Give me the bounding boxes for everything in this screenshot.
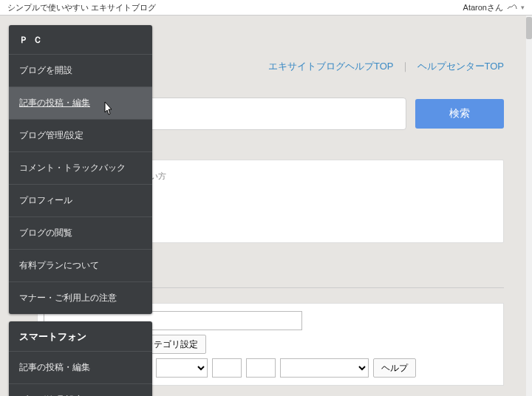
vertical-scrollbar[interactable] (526, 16, 532, 396)
sidebar-item-paid-plan[interactable]: 有料プランについて (9, 249, 152, 281)
user-menu[interactable]: Ataronさん ▾ (463, 2, 525, 13)
sidebar-item-manners[interactable]: マナー・ご利用上の注意 (9, 281, 152, 314)
status-select[interactable] (280, 358, 369, 378)
top-bar: シンプルで使いやすい エキサイトブログ Ataronさん ▾ (0, 0, 532, 16)
sidebar-panel-pc: Ｐ Ｃ ブログを開設 記事の投稿・編集 ブログ管理/設定 コメント・トラックバッ… (9, 25, 152, 314)
topbar-title: シンプルで使いやすい エキサイトブログ (7, 2, 156, 13)
sidebar-item-sp-post-edit[interactable]: 記事の投稿・編集 (9, 351, 152, 383)
sidebar-header-pc: Ｐ Ｃ (9, 25, 152, 54)
sidebar-item-comment-trackback[interactable]: コメント・トラックバック (9, 151, 152, 184)
hour-input[interactable] (212, 358, 242, 378)
sidebar: Ｐ Ｃ ブログを開設 記事の投稿・編集 ブログ管理/設定 コメント・トラックバッ… (9, 25, 152, 396)
sidebar-panel-smartphone: スマートフォン 記事の投稿・編集 ブログ管理/設定 (9, 321, 152, 396)
search-button[interactable]: 検索 (415, 99, 504, 129)
sidebar-item-browse-blog[interactable]: ブログの閲覧 (9, 216, 152, 249)
user-avatar-icon (506, 3, 518, 12)
help-button[interactable]: ヘルプ (373, 358, 416, 378)
header-links: エキサイトブログヘルプTOP ｜ ヘルプセンターTOP (268, 60, 504, 73)
sidebar-item-sp-blog-settings[interactable]: ブログ管理/設定 (9, 383, 152, 396)
link-help-center-top[interactable]: ヘルプセンターTOP (417, 61, 505, 72)
sidebar-item-post-edit[interactable]: 記事の投稿・編集 (9, 86, 152, 119)
sidebar-header-smartphone: スマートフォン (9, 321, 152, 351)
day-select[interactable] (156, 358, 208, 378)
sidebar-item-profile[interactable]: プロフィール (9, 184, 152, 216)
caret-down-icon: ▾ (521, 4, 525, 11)
sidebar-item-blog-settings[interactable]: ブログ管理/設定 (9, 119, 152, 151)
link-blog-help-top[interactable]: エキサイトブログヘルプTOP (268, 61, 393, 72)
scroll-thumb[interactable] (526, 17, 532, 39)
minute-input[interactable] (246, 358, 276, 378)
sidebar-item-create-blog[interactable]: ブログを開設 (9, 54, 152, 86)
